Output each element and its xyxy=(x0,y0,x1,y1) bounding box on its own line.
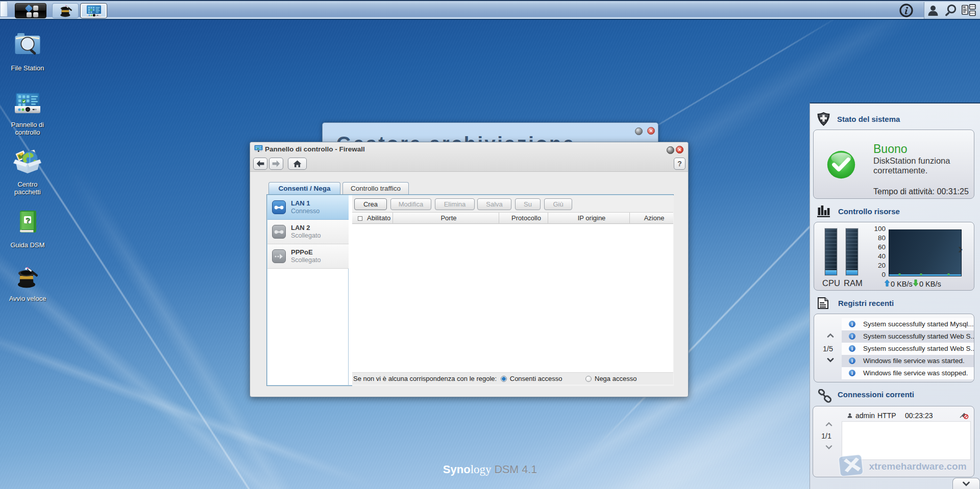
svg-text:?: ? xyxy=(25,216,30,224)
